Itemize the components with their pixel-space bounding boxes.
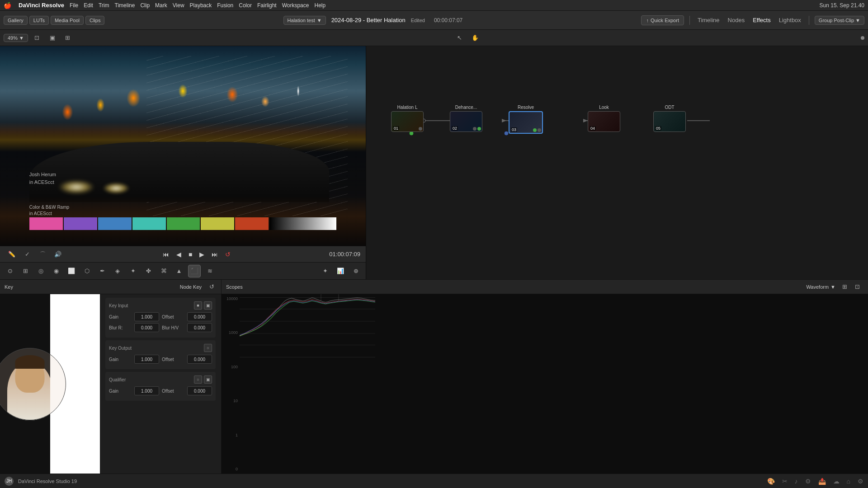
blur-tool[interactable]: ◈	[111, 265, 124, 277]
node-tool[interactable]: ⬡	[80, 265, 93, 277]
key-output-offset-input[interactable]	[187, 355, 212, 364]
node-key-reset-btn[interactable]: ↺	[207, 282, 217, 291]
menu-fairlight[interactable]: Fairlight	[257, 2, 277, 9]
qualifier-icon2[interactable]: ▣	[204, 375, 212, 384]
view-mode-btn2[interactable]: ⊞	[61, 32, 74, 44]
node-dehance[interactable]: Dehance... 02	[450, 105, 482, 132]
media-pool-button[interactable]: Media Pool	[51, 16, 84, 25]
timeline-btn[interactable]: Timeline	[695, 16, 722, 24]
view-mode-btn1[interactable]: ▣	[46, 32, 59, 44]
select-tool[interactable]: ⊙	[4, 265, 16, 277]
more-tool[interactable]: ⊕	[349, 265, 362, 277]
blur-hv-input[interactable]: 0.000	[187, 323, 212, 332]
waveform-selector[interactable]: Waveform ▼	[806, 284, 835, 290]
qualifier-gain-input[interactable]	[134, 386, 159, 395]
zoom-control[interactable]: 49% ▼	[4, 34, 28, 42]
scope-tool[interactable]: ≋	[203, 265, 216, 277]
lightbox-btn[interactable]: Lightbox	[777, 16, 803, 24]
clips-button[interactable]: Clips	[85, 16, 104, 25]
offset-input[interactable]: 0.000	[187, 312, 212, 321]
node-odt-box[interactable]: 05	[653, 111, 686, 132]
clip-name-button[interactable]: Halation test ▼	[283, 16, 326, 25]
statusbar-settings-icon[interactable]: ⚙	[858, 478, 863, 485]
menu-trim[interactable]: Trim	[99, 2, 109, 9]
statusbar-scissors-icon[interactable]: ✂	[782, 478, 788, 485]
nodes-btn[interactable]: Nodes	[726, 16, 747, 24]
group-post-clip-btn[interactable]: Group Post-Clip ▼	[815, 16, 864, 25]
menu-workspace[interactable]: Workspace	[282, 2, 309, 9]
right-column: Halation L 01 Dehance... 02	[366, 46, 868, 279]
menu-help[interactable]: Help	[314, 2, 326, 9]
statusbar-music-icon[interactable]: ♪	[795, 478, 798, 485]
luts-button[interactable]: LUTs	[29, 16, 49, 25]
node-halation[interactable]: Halation L 01	[391, 105, 424, 132]
node-halation-box[interactable]: 01	[391, 111, 424, 132]
prev-frame-btn[interactable]: ◀	[175, 250, 183, 259]
magic-tool[interactable]: ✦	[127, 265, 139, 277]
blur-row: Blur R: 0.000 Blur H/V 0.000	[109, 323, 212, 332]
star-tool[interactable]: ✤	[142, 265, 155, 277]
menu-clip[interactable]: Clip	[140, 2, 150, 9]
node-resolve[interactable]: Resolve 03	[509, 105, 543, 134]
eye-tool[interactable]: ◉	[50, 265, 62, 277]
scopes-expand-btn[interactable]: ⊡	[851, 281, 863, 293]
go-start-btn[interactable]: ⏮	[161, 250, 171, 259]
loop-btn[interactable]: ↺	[223, 250, 232, 259]
draw-tool[interactable]: ✏️	[5, 248, 18, 261]
chart-tool[interactable]: 📊	[334, 265, 347, 277]
audio-btn[interactable]: 🔊	[52, 248, 64, 261]
fit-btn[interactable]: ⊡	[31, 32, 43, 44]
play-btn[interactable]: ▶	[198, 250, 206, 259]
gain-input[interactable]: 1.000	[134, 312, 159, 321]
gradient-tool[interactable]: ▲	[173, 265, 185, 277]
statusbar-cloud-icon[interactable]: ☁	[833, 478, 840, 485]
apple-menu[interactable]: 🍎	[4, 2, 11, 9]
node-resolve-box[interactable]: 03	[509, 111, 543, 134]
sparkle-tool[interactable]: ✦	[319, 265, 331, 277]
menu-fusion[interactable]: Fusion	[217, 2, 233, 9]
qualifier-offset-input[interactable]	[187, 386, 212, 395]
svg-point-11	[505, 131, 508, 135]
key-tool[interactable]: ⌘	[157, 265, 170, 277]
statusbar-home-icon[interactable]: ⌂	[847, 478, 850, 485]
statusbar-fx-icon[interactable]: ⚙	[805, 478, 811, 485]
pointer-tool[interactable]: ↖	[453, 32, 466, 44]
menu-playback[interactable]: Playback	[190, 2, 212, 9]
quick-export-button[interactable]: ↑ Quick Export	[641, 15, 684, 25]
menu-edit[interactable]: Edit	[84, 2, 93, 9]
go-end-btn[interactable]: ⏭	[210, 250, 220, 259]
scopes-settings-btn[interactable]: ⊞	[838, 281, 851, 293]
qualifier-icon1[interactable]: ○	[194, 375, 202, 384]
menu-view[interactable]: View	[173, 2, 184, 9]
node-look-box[interactable]: 04	[588, 111, 620, 132]
grid-tool[interactable]: ⊞	[19, 265, 32, 277]
hand-tool[interactable]: ✋	[469, 32, 481, 44]
key-output-title: Key Output ○	[109, 344, 212, 352]
blur-r-input[interactable]: 0.000	[134, 323, 159, 332]
statusbar-color-icon[interactable]: 🎨	[767, 478, 775, 485]
node-look[interactable]: Look 04	[588, 105, 620, 132]
key-input-icon2[interactable]: ▣	[204, 301, 212, 310]
checkmark-tool[interactable]: ✓	[21, 248, 33, 261]
key-input-icon1[interactable]: ■	[194, 301, 202, 310]
rect-tool[interactable]: ⬜	[65, 265, 78, 277]
effects-btn[interactable]: Effects	[750, 16, 773, 24]
curve-tool[interactable]: ⌒	[36, 248, 49, 261]
node-dehance-box[interactable]: 02	[450, 111, 482, 132]
menu-mark[interactable]: Mark	[155, 2, 167, 9]
gallery-button[interactable]: Gallery	[4, 16, 28, 25]
stop-btn[interactable]: ■	[187, 250, 194, 259]
key-output-icon[interactable]: ○	[204, 344, 212, 352]
menu-timeline[interactable]: Timeline	[115, 2, 135, 9]
node-dehance-dot1	[473, 127, 476, 131]
pen-tool[interactable]: ✒	[96, 265, 108, 277]
menu-color[interactable]: Color	[239, 2, 252, 9]
app-name[interactable]: DaVinci Resolve	[19, 2, 64, 9]
node-odt[interactable]: ODT 05	[653, 105, 686, 132]
tools-row: ⊙ ⊞ ◎ ◉ ⬜ ⬡ ✒ ◈ ✦ ✤ ⌘ ▲ ⬛ ≋ ✦ 📊 ⊕	[0, 262, 366, 279]
circle-tool[interactable]: ◎	[34, 265, 47, 277]
menu-file[interactable]: File	[70, 2, 78, 9]
statusbar-deliver-icon[interactable]: 📤	[818, 478, 826, 485]
active-tool[interactable]: ⬛	[188, 265, 201, 277]
key-output-gain-input[interactable]	[134, 355, 159, 364]
